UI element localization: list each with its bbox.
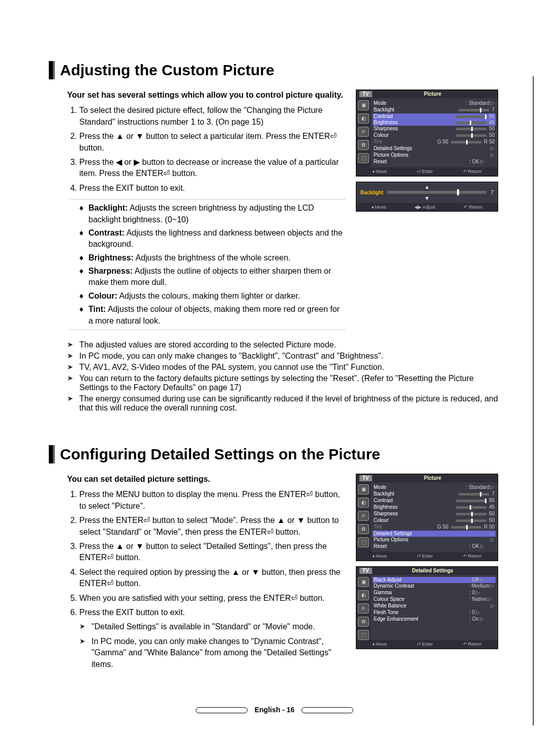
osd-row: Mode: Standard ▷ bbox=[374, 100, 495, 107]
list-item: Sharpness: Adjusts the outline of object… bbox=[79, 266, 346, 288]
osd-footer-move: ♦ Move bbox=[372, 554, 387, 559]
osd-row-highlighted: Black Adjust: Off ▷ bbox=[373, 577, 496, 583]
note-item: TV, AV1, AV2, S-Video modes of the PAL s… bbox=[67, 363, 498, 372]
osd-footer-adjust: ◀▶ Adjust bbox=[414, 205, 435, 210]
osd-row: Dynamic Contrast: Medium ▷ bbox=[374, 583, 495, 590]
sound-icon: ◐ bbox=[358, 590, 369, 600]
osd-title: Picture bbox=[424, 475, 441, 481]
osd-row: Backlight7 bbox=[374, 491, 495, 498]
osd-row: Mode: Standard ▷ bbox=[374, 484, 495, 491]
separator bbox=[69, 199, 346, 199]
osd-footer-return: ↶ Return bbox=[463, 642, 482, 647]
input-icon: ⬚ bbox=[358, 537, 369, 547]
slider-track bbox=[387, 191, 486, 194]
note-item: The adjusted values are stored according… bbox=[67, 340, 498, 350]
channel-icon: ≡ bbox=[358, 511, 369, 521]
setup-icon: ✿ bbox=[358, 617, 369, 627]
osd-row: Detailed Settings▷ bbox=[374, 146, 495, 152]
osd-footer-enter: ⏎ Enter bbox=[417, 169, 433, 175]
step: Press the ▲ or ▼ button to select a part… bbox=[79, 131, 346, 154]
osd-row: Gamma: 0 ▷ bbox=[374, 590, 495, 596]
section2-intro: You can set detailed picture settings. bbox=[51, 474, 346, 485]
definition-list: Backlight: Adjusts the screen brightness… bbox=[51, 202, 346, 327]
osd-row-disabled: TintG 50R 50 bbox=[374, 139, 495, 146]
note-item: In PC mode, you can only make changes to… bbox=[67, 352, 498, 361]
list-item: Tint: Adjusts the colour of objects, mak… bbox=[79, 304, 346, 327]
osd-row-highlighted: Contrast95 bbox=[373, 113, 496, 120]
channel-icon: ≡ bbox=[358, 603, 369, 614]
section1-steps: To select the desired picture effect, fo… bbox=[51, 105, 346, 194]
section1-intro: Your set has several settings which allo… bbox=[51, 90, 346, 101]
osd-row: Edge Enhancement: On ▷ bbox=[374, 616, 495, 623]
osd-row: Reset: OK ▷ bbox=[374, 159, 495, 165]
step: To select the desired picture effect, fo… bbox=[79, 105, 346, 128]
section1-notes: The adjusted values are stored according… bbox=[51, 340, 498, 413]
osd-row-highlighted: Detailed Settings▷ bbox=[373, 531, 496, 537]
osd-picture-menu: TV Picture ▣ ◐ ≡ ✿ ⬚ Mode: Standard ▷ Ba… bbox=[356, 90, 498, 177]
step: When you are satisfied with your setting… bbox=[79, 593, 346, 604]
osd-tv-label: TV bbox=[359, 475, 372, 481]
osd-row: Colour Space: Native ▷ bbox=[374, 596, 495, 603]
section1-title: Adjusting the Custom Picture bbox=[53, 61, 498, 79]
osd-footer-enter: ⏎ Enter bbox=[417, 642, 433, 647]
note-item: The energy consumed during use can be si… bbox=[67, 394, 498, 413]
sound-icon: ◐ bbox=[358, 113, 369, 124]
osd-row: Picture Options▷ bbox=[374, 152, 495, 159]
osd-picture-menu-2: TV Picture ▣ ◐ ≡ ✿ ⬚ Mode: Standard ▷ Ba… bbox=[356, 474, 498, 561]
sound-icon: ◐ bbox=[358, 498, 369, 508]
list-item: Brightness: Adjusts the brightness of th… bbox=[79, 252, 346, 264]
osd-slider-popup: ▲ Backlight 7 ▼ ♦ Move ◀▶ Adjust ↶ Retur… bbox=[356, 182, 498, 212]
osd-row: Brightness45 bbox=[374, 504, 495, 511]
osd-footer-enter: ⏎ Enter bbox=[417, 554, 433, 559]
osd-tv-label: TV bbox=[359, 568, 372, 574]
step: Press the EXIT button to exit. bbox=[79, 183, 346, 194]
picture-icon: ▣ bbox=[358, 577, 369, 587]
down-arrow: ▼ bbox=[360, 195, 494, 201]
input-icon: ⬚ bbox=[358, 630, 369, 640]
osd-footer-move: ♦ Move bbox=[372, 169, 387, 175]
slider-label: Backlight bbox=[360, 190, 383, 195]
osd-row: Backlight7 bbox=[374, 107, 495, 113]
osd-footer-move: ♦ Move bbox=[372, 205, 386, 210]
picture-icon: ▣ bbox=[358, 484, 369, 495]
osd-row-highlighted: Brightness45 bbox=[373, 120, 496, 126]
note-item: You can return to the factory defaults p… bbox=[67, 374, 498, 392]
step: Select the required option by pressing t… bbox=[79, 567, 346, 590]
osd-row: Contrast95 bbox=[374, 498, 495, 504]
slider-value: 7 bbox=[491, 190, 494, 195]
osd-footer-return: ↶ Return bbox=[463, 554, 482, 559]
step: Press the ◀ or ▶ button to decrease or i… bbox=[79, 157, 346, 180]
osd-footer-return: ↶ Return bbox=[463, 169, 482, 175]
separator bbox=[69, 330, 346, 330]
note-item: "Detailed Settings" is available in "Sta… bbox=[79, 621, 346, 632]
input-icon: ⬚ bbox=[358, 153, 369, 163]
osd-row: Colour50 bbox=[374, 517, 495, 524]
list-item: Contrast: Adjusts the lightness and dark… bbox=[79, 227, 346, 250]
step: Press the EXIT button to exit. "Detailed… bbox=[79, 607, 346, 670]
osd-row: Sharpness50 bbox=[374, 511, 495, 517]
osd-row: Sharpness50 bbox=[374, 126, 495, 132]
list-item: Colour: Adjusts the colours, making them… bbox=[79, 290, 346, 302]
list-item: Backlight: Adjusts the screen brightness… bbox=[79, 202, 346, 225]
picture-icon: ▣ bbox=[358, 100, 369, 110]
channel-icon: ≡ bbox=[358, 127, 369, 137]
section2-title: Configuring Detailed Settings on the Pic… bbox=[53, 445, 498, 463]
page-footer: English - 16 bbox=[51, 706, 498, 714]
osd-detailed-settings: TV Detailed Settings ▣ ◐ ≡ ✿ ⬚ Black Adj… bbox=[356, 566, 498, 649]
osd-row: White Balance▷ bbox=[374, 603, 495, 609]
up-arrow: ▲ bbox=[360, 184, 494, 190]
page-margin-rule bbox=[533, 76, 534, 725]
osd-row: Flesh Tone: 0 ▷ bbox=[374, 609, 495, 616]
step: Press the MENU button to display the men… bbox=[79, 489, 346, 512]
osd-row: Picture Options▷ bbox=[374, 537, 495, 543]
osd-footer-move: ♦ Move bbox=[372, 642, 387, 647]
step: Press the ▲ or ▼ button to select "Detai… bbox=[79, 541, 346, 564]
osd-row: Colour50 bbox=[374, 132, 495, 139]
setup-icon: ✿ bbox=[358, 140, 369, 150]
osd-row: Reset: OK ▷ bbox=[374, 543, 495, 550]
osd-tv-label: TV bbox=[359, 91, 372, 97]
setup-icon: ✿ bbox=[358, 524, 369, 534]
osd-footer-return: ↶ Return bbox=[464, 205, 482, 210]
note-item: In PC mode, you can only make changes to… bbox=[79, 636, 346, 670]
step: Press the ENTER⏎ button to select "Mode"… bbox=[79, 515, 346, 538]
